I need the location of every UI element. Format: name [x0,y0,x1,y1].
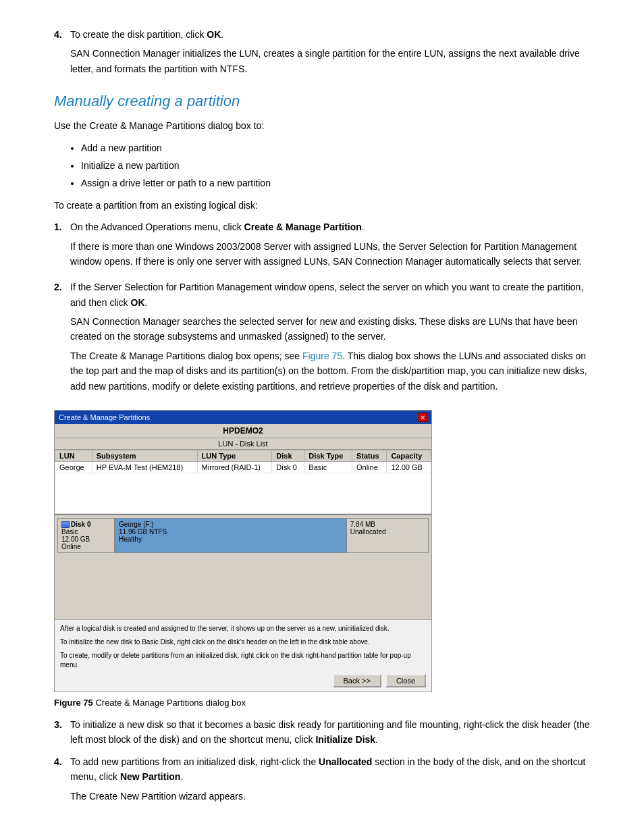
table-row: George HP EVA-M Test (HEM218) Mirrored (… [55,462,431,473]
footer-line-1: After a logical disk is created and assi… [60,624,426,633]
bullet-list: Add a new partition Initialize a new par… [81,140,590,191]
disk-icon [61,521,70,528]
step-1-content: On the Advanced Operations menu, click C… [70,219,590,273]
disk-status: Online [61,543,111,550]
unalloc-label: Unallocated [350,528,425,536]
disk-label: Disk 0 [61,521,111,528]
partition-area: George (F:) 11.96 GB NTFS Healthy 7.84 M… [115,518,429,553]
section-intro-para: Use the Create & Manage Partitions dialo… [54,118,590,133]
step2-bold: OK [131,297,145,308]
numbered-step-4-after: 4. To add new partitions from an initial… [54,754,590,808]
list-item: Assign a drive letter or path to a new p… [81,176,590,190]
figure75-link: Figure 75 [302,350,342,361]
disk-header-cell: Disk 0 Basic 12.00 GB Online [57,518,115,553]
step4-detail: SAN Connection Manager initializes the L… [70,46,590,76]
step4a-bold1: Unallocated [319,756,372,767]
unallocated-cell[interactable]: 7.84 MB Unallocated [346,518,429,553]
step-2-content: If the Server Selection for Partition Ma… [70,280,590,398]
col-lun-type: LUN Type [197,450,272,462]
step2-detail1: SAN Connection Manager searches the sele… [70,314,590,344]
dialog-box: Create & Manage Partitions ✕ HPDEMO2 LUN… [54,410,432,692]
cell-lun: George [55,462,92,473]
step1-bold: Create & Manage Partition [244,221,362,232]
col-status: Status [352,450,387,462]
step4a-bold2: New Partition [120,771,180,782]
dialog-close-button[interactable]: ✕ [418,413,427,422]
partition-label: George (F:) [119,521,342,528]
numbered-step-2: 2. If the Server Selection for Partition… [54,280,590,398]
step-num-1: 1. [54,219,70,273]
unalloc-size: 7.84 MB [350,521,425,528]
dialog-titlebar: Create & Manage Partitions ✕ [55,411,431,424]
step-4-block: 4. To create the disk partition, click O… [54,27,590,80]
step-3-content: To initialize a new disk so that it beco… [70,717,590,748]
dialog-title: Create & Manage Partitions [59,413,150,421]
disk-type: Basic [61,528,111,536]
close-button[interactable]: Close [385,674,426,687]
step-content: To create the disk partition, click OK. … [70,27,590,80]
section-heading: Manually creating a partition [54,93,590,110]
step2-detail2: The Create & Manage Partitions dialog bo… [70,348,590,394]
step-num-4a: 4. [54,754,70,808]
cell-capacity: 12.00 GB [387,462,431,473]
col-disk: Disk [272,450,304,462]
step-4a-content: To add new partitions from an initialize… [70,754,590,808]
list-item: Initialize a new partition [81,158,590,173]
step-num-2: 2. [54,280,70,398]
figure-caption-text: Create & Manage Partitions dialog box [93,698,246,708]
cell-subsystem: HP EVA-M Test (HEM218) [92,462,197,473]
dialog-server-name: HPDEMO2 [55,424,431,438]
step-num-3: 3. [54,717,70,748]
figure-caption-bold: Figure 75 [54,698,93,708]
partition-cell[interactable]: George (F:) 11.96 GB NTFS Healthy [115,518,346,553]
dialog-footer: After a logical disk is created and assi… [55,619,431,692]
disk-map-section: Disk 0 Basic 12.00 GB Online George (F:)… [55,514,431,619]
step3-bold: Initialize Disk [315,734,375,745]
numbered-step-3: 3. To initialize a new disk so that it b… [54,717,590,748]
numbered-step-1: 1. On the Advanced Operations menu, clic… [54,219,590,273]
step-number: 4. [54,27,70,80]
table-header-row: LUN Subsystem LUN Type Disk Disk Type St… [55,450,431,462]
col-lun: LUN [55,450,92,462]
empty-partition-area [57,556,429,617]
dialog-buttons: Back >> Close [60,674,426,687]
step4-bold: OK [207,29,221,40]
cell-disk: Disk 0 [272,462,304,473]
footer-line-3: To create, modify or delete partitions f… [60,651,426,670]
step4-text: To create the disk partition, click [70,29,207,40]
cell-disk-type: Basic [304,462,352,473]
step1-text: On the Advanced Operations menu, click [70,221,244,232]
partition-fs: 11.96 GB NTFS [119,528,342,536]
partition-health: Healthy [119,536,342,543]
step1-detail: If there is more than one Windows 2003/2… [70,239,590,269]
figure-caption: Figure 75 Create & Manage Partitions dia… [54,698,590,708]
cell-status: Online [352,462,387,473]
list-item: Add a new partition [81,140,590,155]
col-disk-type: Disk Type [304,450,352,462]
lun-table: LUN Subsystem LUN Type Disk Disk Type St… [55,450,431,514]
disk-size: 12.00 GB [61,536,111,543]
cell-lun-type: Mirrored (RAID-1) [197,462,272,473]
lun-disk-list-area: LUN Subsystem LUN Type Disk Disk Type St… [55,450,431,514]
footer-line-2: To initialize the new disk to Basic Disk… [60,637,426,647]
col-capacity: Capacity [387,450,431,462]
disk-row: Disk 0 Basic 12.00 GB Online George (F:)… [57,518,429,553]
step4a-detail: The Create New Partition wizard appears. [70,789,590,804]
back-button[interactable]: Back >> [333,674,381,687]
create-partition-intro: To create a partition from an existing l… [54,198,590,213]
col-subsystem: Subsystem [92,450,197,462]
dialog-lun-header: LUN - Disk List [55,438,431,450]
step4a-text: To add new partitions from an initialize… [70,756,319,767]
